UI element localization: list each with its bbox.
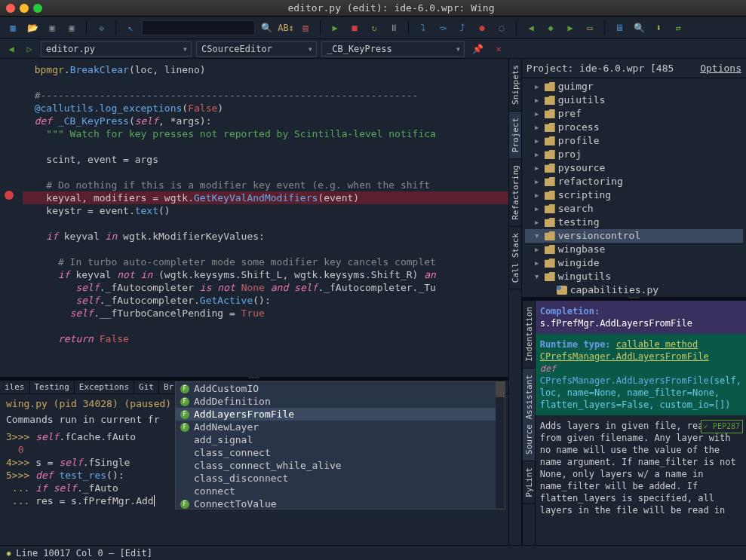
code-editor[interactable]: bpmgr.BreakClear(loc, lineno) #---------… — [0, 59, 508, 377]
tree-arrow-icon[interactable]: ▸ — [534, 107, 542, 121]
tree-arrow-icon[interactable]: ▸ — [534, 243, 542, 256]
tree-arrow-icon[interactable]: ▸ — [534, 121, 542, 134]
bookmark-icon[interactable]: ▭ — [582, 20, 598, 36]
tree-arrow-icon[interactable]: ▸ — [534, 188, 542, 202]
vertical-tab[interactable]: Project — [509, 112, 521, 159]
pin-icon[interactable]: 📌 — [469, 41, 486, 57]
breakpoint-icon[interactable]: ● — [474, 20, 490, 36]
code-line[interactable]: @callutils.log_exceptions(False) — [23, 102, 508, 115]
code-line[interactable]: scint, event = args — [23, 153, 508, 166]
search-icon[interactable]: 🔍 — [258, 20, 275, 36]
tree-arrow-icon[interactable]: ▸ — [534, 202, 542, 216]
autocomplete-item[interactable]: FConnectToValue — [176, 497, 505, 510]
autocomplete-item[interactable]: class_connect — [176, 446, 505, 459]
sync-down-icon[interactable]: ⬇ — [650, 20, 667, 36]
vertical-tab[interactable]: Snippets — [509, 59, 521, 112]
tree-arrow-icon[interactable]: ▸ — [534, 161, 542, 175]
pointer-icon[interactable]: ↖ — [122, 20, 139, 36]
autocomplete-item[interactable]: FAddDefinition — [176, 395, 505, 408]
code-line[interactable]: # In turbo auto-completer mode some modi… — [23, 256, 508, 268]
file-combo[interactable]: editor.py — [41, 41, 192, 57]
tree-node[interactable]: ▸pref — [525, 107, 743, 121]
zoom-window[interactable] — [33, 4, 42, 13]
code-line[interactable]: return False — [23, 332, 508, 345]
code-line[interactable]: if keyval not in (wgtk.keysyms.Shift_L, … — [23, 268, 508, 281]
document-icon[interactable]: ▤ — [297, 20, 314, 36]
search-input[interactable] — [142, 20, 255, 35]
close-tab-icon[interactable]: ✕ — [490, 41, 507, 57]
vertical-tab[interactable]: Call Stack — [509, 227, 521, 289]
zoom-icon[interactable]: 🔍 — [631, 20, 647, 36]
autocomplete-item[interactable]: FAddNewLayer — [176, 421, 505, 433]
autocomplete-item[interactable]: class_disconnect — [176, 472, 505, 485]
code-line[interactable]: def _CB_KeyPress(self, *args): — [23, 115, 508, 127]
vertical-tab[interactable]: Refactoring — [509, 159, 521, 227]
code-line[interactable] — [23, 166, 508, 179]
save-icon[interactable]: ▣ — [44, 20, 60, 36]
code-line[interactable]: self.__fTurboCancelPending = True — [23, 307, 508, 320]
tree-node[interactable]: ▾versioncontrol — [525, 229, 743, 243]
code-line[interactable] — [23, 320, 508, 332]
autocomplete-item[interactable]: FAddLayersFromFile — [176, 408, 505, 421]
sync-icon[interactable]: ⇄ — [670, 20, 686, 36]
code-line[interactable]: """ Watch for key presses not reported b… — [23, 127, 508, 140]
project-tree[interactable]: ▸guimgr▸guiutils▸pref▸process▸profile▸pr… — [522, 78, 746, 297]
tree-node[interactable]: ▸search — [525, 202, 743, 216]
step-out-icon[interactable]: ⤴ — [454, 20, 471, 36]
tree-arrow-icon[interactable]: ▸ — [534, 175, 542, 188]
tree-node[interactable]: ▸process — [525, 121, 743, 134]
code-line[interactable] — [23, 243, 508, 256]
minimize-window[interactable] — [20, 4, 29, 13]
tree-arrow-icon[interactable]: ▾ — [534, 270, 542, 283]
autocomplete-popup[interactable]: FAddCustomIOFAddDefinitionFAddLayersFrom… — [175, 381, 505, 510]
code-line[interactable]: keystr = event.text() — [23, 204, 508, 217]
replace-icon[interactable]: AB↕ — [278, 20, 294, 36]
code-line[interactable]: if keyval in wgtk.kModifierKeyValues: — [23, 230, 508, 243]
step-over-icon[interactable]: ⤼ — [434, 20, 451, 36]
diff-icon[interactable]: ◆ — [542, 20, 559, 36]
tree-node[interactable]: ▸wingbase — [525, 243, 743, 256]
project-options[interactable]: Options — [700, 63, 741, 74]
bottom-tab[interactable]: Git — [134, 381, 159, 393]
tree-node[interactable]: ▸scripting — [525, 188, 743, 202]
code-line[interactable] — [23, 217, 508, 230]
bottom-tab[interactable]: Exceptions — [75, 381, 134, 393]
indent-icon[interactable]: ⟐ — [93, 20, 109, 36]
tree-node[interactable]: ▸wingide — [525, 256, 743, 270]
autocomplete-item[interactable]: class_connect_while_alive — [176, 459, 505, 472]
tree-node[interactable]: ▸refactoring — [525, 175, 743, 188]
autocomplete-scrollbar[interactable] — [496, 382, 505, 509]
code-line[interactable]: self._fAutocompleter is not None and sel… — [23, 281, 508, 294]
tree-node[interactable]: ▸guiutils — [525, 93, 743, 107]
code-line[interactable]: #---------------------------------------… — [23, 89, 508, 102]
breakpoint-disable-icon[interactable]: ◌ — [493, 20, 510, 36]
code-line[interactable]: keyval, modifiers = wgtk.GetKeyValAndMod… — [23, 191, 508, 204]
vertical-tab[interactable]: Source Assistant — [523, 369, 535, 461]
breakpoint-marker[interactable] — [5, 191, 14, 200]
tree-arrow-icon[interactable]: ▸ — [534, 80, 542, 93]
tree-node[interactable]: ▸pysource — [525, 161, 743, 175]
tree-arrow-icon[interactable]: ▸ — [534, 216, 542, 229]
tree-arrow-icon[interactable]: ▸ — [534, 256, 542, 270]
tree-node[interactable]: ▸profile — [525, 134, 743, 148]
tree-node[interactable]: ▸proj — [525, 148, 743, 161]
save-all-icon[interactable]: ▣ — [63, 20, 80, 36]
monitor-icon[interactable]: 🖥 — [611, 20, 628, 36]
close-window[interactable] — [6, 4, 15, 13]
debug-restart-icon[interactable]: ↻ — [366, 20, 382, 36]
tree-node[interactable]: ▸guimgr — [525, 80, 743, 93]
tree-arrow-icon[interactable]: ▸ — [534, 134, 542, 148]
nav-fwd-icon[interactable]: ▷ — [23, 42, 36, 56]
diff-prev-icon[interactable]: ◀ — [523, 20, 539, 36]
tree-arrow-icon[interactable]: ▸ — [534, 148, 542, 161]
new-file-icon[interactable]: ▦ — [5, 20, 21, 36]
debug-play-icon[interactable]: ▶ — [327, 20, 343, 36]
tree-node[interactable]: ▸testing — [525, 216, 743, 229]
autocomplete-item[interactable]: add_signal — [176, 433, 505, 446]
debug-stop-icon[interactable]: ■ — [346, 20, 363, 36]
code-line[interactable]: # Do nothing if this is a modifier key e… — [23, 179, 508, 191]
code-line[interactable] — [23, 140, 508, 153]
step-into-icon[interactable]: ⤵ — [415, 20, 431, 36]
debug-pause-icon[interactable]: ⏸ — [385, 20, 402, 36]
tree-node[interactable]: ▾wingutils — [525, 270, 743, 283]
